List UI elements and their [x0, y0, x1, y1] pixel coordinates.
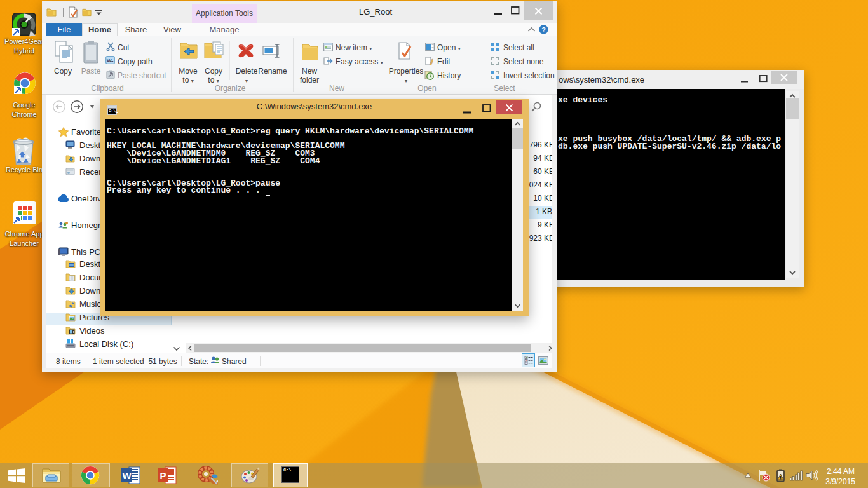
svg-text:W: W — [122, 470, 132, 481]
svg-text:P: P — [159, 470, 166, 481]
svg-text:W: W — [107, 58, 112, 64]
svg-text:?: ? — [541, 26, 546, 34]
